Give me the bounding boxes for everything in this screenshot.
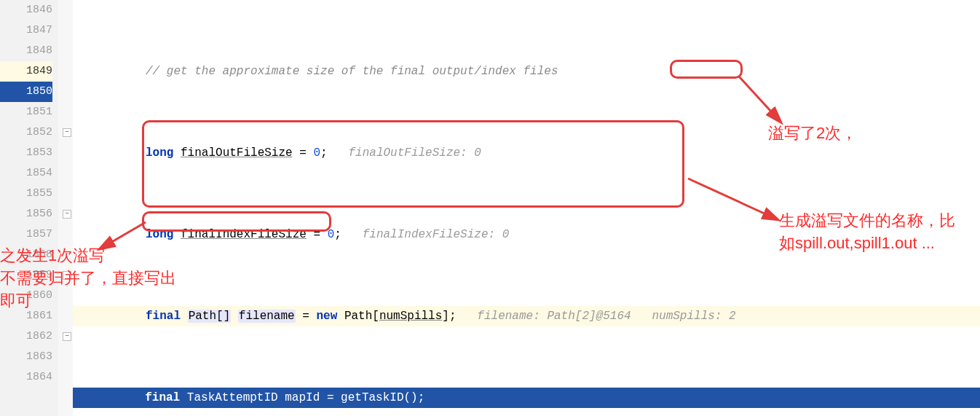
keyword: long (146, 146, 173, 160)
fold-column: − − − − (58, 0, 73, 416)
type: TaskAttemptID (187, 391, 278, 404)
debug-inline-hint: filename: Path[2]@5164 numSpills: 2 (477, 310, 735, 323)
line-number: 1856 (0, 204, 52, 224)
fold-icon[interactable]: − (63, 271, 71, 280)
line-number: 1858 (0, 245, 52, 265)
fold-icon[interactable]: − (63, 128, 71, 137)
code-line[interactable]: long finalOutFileSize = 0; finalOutFileS… (73, 143, 980, 163)
literal: 0 (313, 146, 320, 160)
text: = (320, 391, 341, 404)
line-number: 1848 (0, 41, 52, 61)
line-number: 1855 (0, 184, 52, 204)
type: Path (344, 310, 372, 323)
keyword: final (146, 310, 181, 323)
code-line-current[interactable]: final Path[] filename = new Path[numSpil… (73, 306, 980, 326)
keyword: new (316, 310, 337, 323)
line-number: 1849 (0, 61, 52, 82)
code-area[interactable]: // get the approximate size of the final… (73, 0, 980, 416)
line-number: 1851 (0, 102, 52, 122)
fold-icon[interactable]: − (63, 210, 71, 219)
text: ; (449, 310, 457, 323)
identifier: finalOutFileSize (181, 146, 293, 160)
code-line[interactable]: long finalIndexFileSize = 0; finalIndexF… (73, 224, 980, 245)
identifier: filename (238, 310, 296, 323)
line-gutter: − − − − 1846 1847 1848 1849 1850 1851 18… (0, 0, 73, 416)
type: Path[] (188, 310, 232, 323)
fold-icon[interactable]: − (63, 332, 71, 341)
line-number: 1859 (0, 265, 52, 286)
comment: // get the approximate size of the final… (146, 65, 558, 78)
line-number: 1862 (0, 326, 52, 347)
text: ; (320, 146, 328, 160)
keyword: long (146, 228, 173, 241)
literal: 0 (328, 228, 335, 241)
line-number: 1854 (0, 163, 52, 184)
line-number: 1857 (0, 224, 52, 245)
text: ; (334, 228, 341, 241)
text: = (296, 310, 317, 323)
line-number: 1860 (0, 286, 52, 306)
code-editor: − − − − 1846 1847 1848 1849 1850 1851 18… (0, 0, 980, 416)
line-number: 1853 (0, 143, 52, 163)
debug-inline-hint: finalOutFileSize: 0 (348, 146, 481, 160)
keyword: final (145, 391, 180, 404)
line-number: 1864 (0, 367, 52, 388)
call: getTaskID() (341, 391, 418, 404)
identifier: numSpills (379, 310, 442, 323)
line-number: 1847 (0, 20, 52, 41)
line-number: 1863 (0, 347, 52, 367)
line-number: 1850 (0, 82, 52, 102)
line-number: 1852 (0, 122, 52, 143)
line-number: 1861 (0, 306, 52, 326)
text: = (307, 228, 328, 241)
debug-inline-hint: finalIndexFileSize: 0 (363, 228, 510, 241)
identifier: finalIndexFileSize (181, 228, 307, 241)
code-line[interactable]: // get the approximate size of the final… (73, 61, 980, 82)
identifier: mapId (285, 391, 320, 404)
code-line-execution[interactable]: final TaskAttemptID mapId = getTaskID(); (73, 388, 980, 408)
text: ; (418, 391, 425, 404)
text: = (293, 146, 314, 160)
line-number: 1846 (0, 0, 52, 20)
